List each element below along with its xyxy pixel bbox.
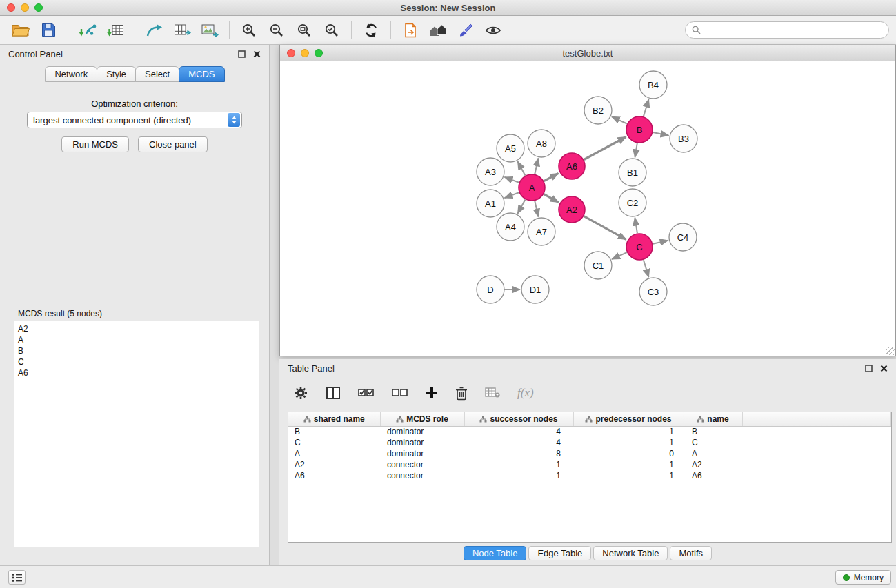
- column-header-mcds-role[interactable]: MCDS role: [380, 412, 464, 426]
- cell-name[interactable]: A6: [684, 470, 742, 481]
- column-header-name[interactable]: name: [684, 412, 742, 426]
- mcds-result-item[interactable]: B: [18, 345, 255, 356]
- edge-A2-C[interactable]: [584, 216, 626, 240]
- zoom-out-button[interactable]: [264, 19, 289, 41]
- table-row[interactable]: A2connector11A2: [288, 459, 891, 470]
- node-B[interactable]: B: [626, 116, 653, 143]
- table-row[interactable]: A6connector11A6: [288, 470, 891, 481]
- function-builder-button[interactable]: f(x): [517, 386, 534, 400]
- cell-mcds-role[interactable]: dominator: [380, 437, 464, 448]
- cell-shared-name[interactable]: A: [288, 448, 380, 459]
- node-A1[interactable]: A1: [477, 190, 504, 217]
- zoom-network-window-button[interactable]: [315, 49, 323, 57]
- node-C4[interactable]: C4: [669, 223, 697, 251]
- node-D1[interactable]: D1: [521, 276, 549, 303]
- edge-B-B3[interactable]: [653, 132, 669, 136]
- column-header-predecessor-nodes[interactable]: predecessor nodes: [573, 412, 684, 426]
- node-A2[interactable]: A2: [559, 196, 585, 223]
- node-A8[interactable]: A8: [528, 130, 555, 157]
- cell-successor-nodes[interactable]: 4: [464, 426, 573, 437]
- edge-A-A5[interactable]: [518, 161, 526, 175]
- cell-predecessor-nodes[interactable]: 1: [573, 426, 684, 437]
- cell-shared-name[interactable]: A2: [288, 459, 380, 470]
- edge-A-A4[interactable]: [518, 200, 526, 214]
- edge-A-A6[interactable]: [544, 173, 559, 181]
- cell-name[interactable]: A: [684, 448, 742, 459]
- cell-successor-nodes[interactable]: 1: [464, 470, 573, 481]
- tab-select[interactable]: Select: [135, 66, 179, 82]
- mcds-result-item[interactable]: A2: [18, 323, 255, 334]
- node-A6[interactable]: A6: [559, 153, 585, 179]
- cell-successor-nodes[interactable]: 8: [464, 448, 573, 459]
- import-network-from-file-button[interactable]: [75, 19, 100, 41]
- mcds-result-item[interactable]: A: [18, 334, 255, 345]
- network-canvas[interactable]: B4B2BB3A5A8A6A3B1AA1C2A2A4A7C4CC1C3DD1: [280, 61, 895, 356]
- edge-A-A7[interactable]: [535, 201, 538, 217]
- edge-A6-B[interactable]: [584, 137, 626, 160]
- export-network-button[interactable]: [142, 19, 167, 41]
- cell-mcds-role[interactable]: dominator: [380, 448, 464, 459]
- delete-table-icon[interactable]: [485, 387, 500, 399]
- node-B2[interactable]: B2: [584, 97, 612, 124]
- edge-A-A2[interactable]: [544, 194, 559, 203]
- edge-C-C1[interactable]: [612, 252, 627, 259]
- open-documentation-button[interactable]: [398, 19, 423, 41]
- run-mcds-button[interactable]: Run MCDS: [61, 136, 129, 152]
- cell-successor-nodes[interactable]: 4: [464, 437, 573, 448]
- cell-predecessor-nodes[interactable]: 0: [573, 448, 684, 459]
- cell-shared-name[interactable]: C: [288, 437, 380, 448]
- zoom-window-button[interactable]: [34, 3, 43, 12]
- zoom-selected-region-button[interactable]: [319, 19, 344, 41]
- delete-columns-icon[interactable]: [455, 386, 468, 401]
- node-B1[interactable]: B1: [619, 159, 646, 186]
- minimize-network-window-button[interactable]: [301, 49, 309, 57]
- close-panel-button[interactable]: Close panel: [138, 136, 208, 152]
- show-columns-icon[interactable]: [326, 386, 341, 400]
- deselect-all-icon[interactable]: [392, 387, 408, 399]
- node-B3[interactable]: B3: [670, 125, 697, 152]
- node-A3[interactable]: A3: [477, 158, 504, 185]
- close-panel-icon[interactable]: [880, 365, 888, 372]
- table-row[interactable]: Adominator80A: [288, 448, 891, 459]
- tab-node-table[interactable]: Node Table: [464, 546, 527, 560]
- float-panel-icon[interactable]: [238, 50, 246, 58]
- node-A[interactable]: A: [519, 174, 545, 201]
- tab-network[interactable]: Network: [45, 66, 97, 82]
- import-table-from-file-button[interactable]: [103, 19, 128, 41]
- node-A7[interactable]: A7: [528, 218, 555, 245]
- create-column-icon[interactable]: [426, 387, 438, 399]
- cell-name[interactable]: A2: [684, 459, 742, 470]
- table-mode-gear-icon[interactable]: [293, 385, 308, 401]
- open-session-button[interactable]: [8, 19, 33, 41]
- tab-mcds[interactable]: MCDS: [179, 66, 224, 82]
- memory-button[interactable]: Memory: [835, 570, 891, 585]
- apply-style-button[interactable]: [453, 19, 478, 41]
- minimize-window-button[interactable]: [21, 3, 29, 12]
- table-row[interactable]: Bdominator41B: [288, 426, 891, 437]
- node-C3[interactable]: C3: [639, 278, 667, 305]
- cell-mcds-role[interactable]: connector: [380, 470, 464, 481]
- node-A5[interactable]: A5: [497, 134, 524, 162]
- mcds-result-item[interactable]: C: [18, 356, 255, 367]
- tab-motifs[interactable]: Motifs: [670, 546, 712, 560]
- show-hide-graphics-details-button[interactable]: [481, 19, 506, 41]
- zoom-fit-content-button[interactable]: [292, 19, 317, 41]
- search-input[interactable]: [705, 25, 882, 35]
- apply-preferred-layout-button[interactable]: [359, 19, 384, 41]
- node-B4[interactable]: B4: [639, 71, 667, 99]
- home-button[interactable]: [426, 19, 450, 41]
- table-row[interactable]: Cdominator41C: [288, 437, 891, 448]
- cell-predecessor-nodes[interactable]: 1: [573, 470, 684, 481]
- cell-shared-name[interactable]: A6: [288, 470, 380, 481]
- close-network-window-button[interactable]: [287, 49, 295, 57]
- node-A4[interactable]: A4: [497, 213, 524, 241]
- edge-B-B1[interactable]: [635, 143, 637, 158]
- cell-predecessor-nodes[interactable]: 1: [573, 459, 684, 470]
- cell-mcds-role[interactable]: connector: [380, 459, 464, 470]
- mcds-result-item[interactable]: A6: [18, 367, 255, 378]
- tab-edge-table[interactable]: Edge Table: [528, 546, 591, 560]
- column-header-successor-nodes[interactable]: successor nodes: [464, 412, 573, 426]
- node-C1[interactable]: C1: [584, 252, 612, 279]
- close-panel-icon[interactable]: [253, 50, 261, 58]
- optimization-criterion-select[interactable]: largest connected component (directed): [27, 112, 242, 128]
